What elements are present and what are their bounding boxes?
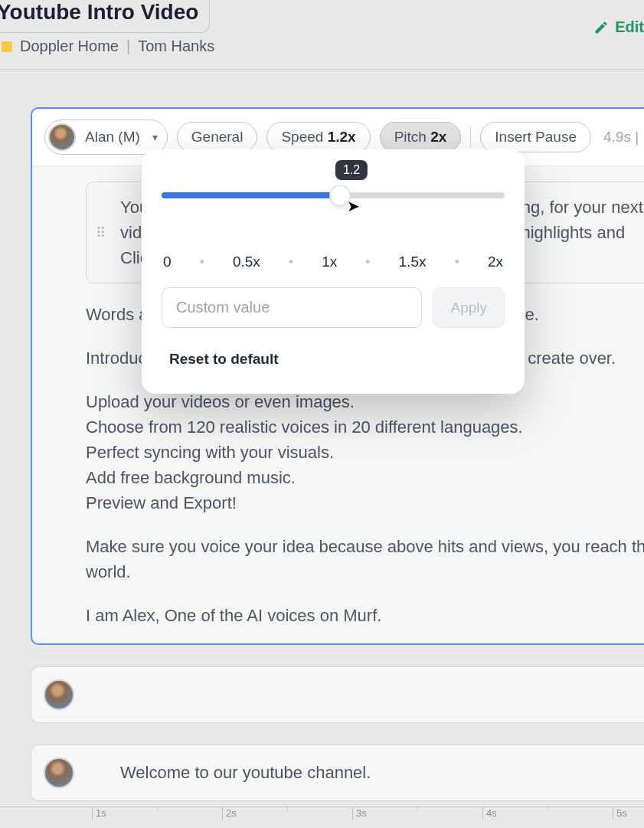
block-text: Welcome to our youtube channel. bbox=[120, 763, 371, 783]
pitch-label: Pitch bbox=[394, 129, 427, 145]
speed-slider[interactable]: 1.2 ➤ bbox=[162, 171, 505, 217]
timeline-ruler[interactable]: 1s 2s 3s 4s 5s bbox=[0, 807, 644, 828]
toolbar-divider bbox=[470, 126, 471, 148]
tick-dot: • bbox=[454, 254, 459, 270]
speed-popover: 1.2 ➤ 0 • 0.5x • 1x • 1.5x • 2x Apply Re… bbox=[142, 149, 525, 394]
slider-tooltip: 1.2 bbox=[335, 160, 368, 180]
slider-thumb[interactable] bbox=[331, 186, 349, 205]
list-line: Add free background music. bbox=[86, 465, 644, 490]
tick-dot: • bbox=[199, 254, 204, 270]
tick-dot: • bbox=[365, 254, 371, 270]
tick-label: 0 bbox=[163, 254, 172, 270]
breadcrumb-folder[interactable]: Doppler Home bbox=[20, 38, 119, 55]
time-tick bbox=[287, 807, 291, 812]
voice-block[interactable]: Welcome to our youtube channel. bbox=[31, 745, 644, 801]
voice-name: Alan (M) bbox=[85, 129, 140, 146]
tick-label: 1.5x bbox=[399, 254, 427, 270]
time-mark: 4s bbox=[482, 807, 497, 820]
apply-button[interactable]: Apply bbox=[433, 287, 505, 328]
tick-label: 2x bbox=[488, 254, 503, 270]
paragraph-list[interactable]: Upload your videos or even images. Choos… bbox=[86, 389, 644, 515]
drag-handle-icon[interactable]: ⠿ bbox=[96, 230, 107, 236]
time-tick bbox=[157, 807, 161, 812]
tick-label: 0.5x bbox=[233, 254, 260, 270]
speed-pill[interactable]: Speed 1.2x bbox=[266, 122, 370, 152]
slider-ticks: 0 • 0.5x • 1x • 1.5x • 2x bbox=[162, 254, 505, 270]
speed-value: 1.2x bbox=[328, 129, 356, 145]
cursor-icon: ➤ bbox=[347, 197, 360, 215]
voice-selector[interactable]: Alan (M) ▾ bbox=[44, 119, 168, 155]
time-mark: 2s bbox=[222, 807, 237, 820]
page-title: Youtube Intro Video bbox=[0, 0, 198, 29]
paragraph[interactable]: Make sure you voice your idea because ab… bbox=[86, 534, 644, 584]
block-duration: 4.9s | bbox=[600, 129, 639, 146]
slider-fill bbox=[162, 192, 340, 198]
time-tick bbox=[548, 807, 551, 812]
voice-block-empty[interactable] bbox=[31, 666, 644, 723]
avatar bbox=[44, 679, 74, 710]
list-line: Preview and Export! bbox=[86, 490, 644, 515]
folder-icon bbox=[2, 41, 12, 52]
pencil-icon bbox=[593, 20, 609, 35]
tick-label: 1x bbox=[322, 254, 337, 270]
edit-label: Edit bbox=[615, 18, 644, 36]
breadcrumb-separator: | bbox=[126, 38, 130, 55]
pitch-value: 2x bbox=[430, 129, 446, 145]
list-line: Choose from 120 realistic voices in 20 d… bbox=[86, 414, 644, 440]
custom-value-input[interactable] bbox=[162, 287, 422, 328]
insert-pause-pill[interactable]: Insert Pause bbox=[480, 122, 591, 152]
chevron-down-icon: ▾ bbox=[152, 131, 158, 143]
general-pill[interactable]: General bbox=[177, 122, 258, 152]
list-line: Perfect syncing with your visuals. bbox=[86, 440, 644, 465]
avatar bbox=[44, 758, 74, 788]
time-mark: 3s bbox=[352, 807, 367, 820]
tick-dot: • bbox=[289, 254, 294, 270]
time-tick bbox=[417, 807, 421, 812]
speed-label: Speed bbox=[281, 129, 323, 145]
time-mark: 5s bbox=[613, 807, 627, 820]
paragraph[interactable]: I am Alex, One of the AI voices on Murf. bbox=[86, 603, 644, 628]
time-mark: 1s bbox=[92, 807, 106, 820]
breadcrumb-owner[interactable]: Tom Hanks bbox=[138, 38, 214, 55]
edit-button[interactable]: Edit bbox=[593, 18, 644, 36]
breadcrumb: Doppler Home | Tom Hanks bbox=[0, 33, 644, 69]
avatar bbox=[48, 123, 76, 151]
reset-default-link[interactable]: Reset to default bbox=[162, 351, 505, 368]
pitch-pill[interactable]: Pitch 2x bbox=[380, 122, 462, 152]
